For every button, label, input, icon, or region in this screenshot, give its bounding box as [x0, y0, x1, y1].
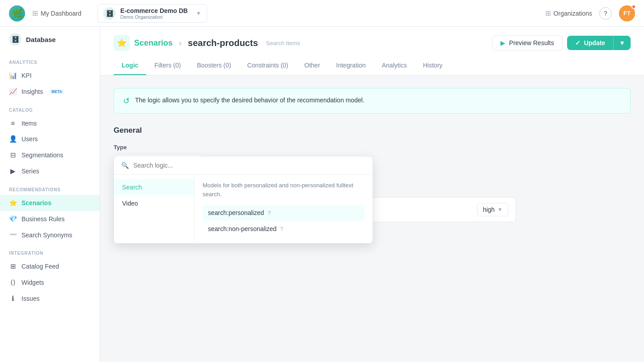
breadcrumb-scenarios[interactable]: Scenarios [134, 38, 173, 48]
section-analytics-label: ANALYTICS [0, 52, 100, 67]
check-icon: ✓ [575, 39, 580, 46]
db-dropdown-icon: ▼ [196, 10, 201, 17]
tab-boosters[interactable]: Boosters (0) [189, 56, 239, 75]
option-help-icon-0[interactable]: ? [267, 210, 271, 216]
scenarios-icon: ⭐ [9, 199, 17, 207]
sidebar-db-label: 🗄️ Database [0, 27, 100, 52]
option-help-icon-1[interactable]: ? [280, 226, 283, 232]
db-selector[interactable]: 🗄️ E-commerce Demo DB Demo Organization … [97, 4, 207, 23]
tab-history[interactable]: History [415, 56, 451, 75]
general-section-title: General [114, 126, 631, 135]
tab-constraints[interactable]: Constraints (0) [239, 56, 297, 75]
type-dropdown-panel: 🔍 Search Video Models for both personali… [114, 156, 373, 244]
dropdown-options: Models for both personalized and non-per… [195, 175, 373, 243]
dropdown-category-description: Models for both personalized and non-per… [203, 181, 364, 198]
tab-logic[interactable]: Logic [114, 56, 146, 75]
dropdown-search-row: 🔍 [114, 156, 373, 175]
page-subtitle: Search Items [266, 40, 301, 46]
users-icon: 👤 [9, 135, 17, 143]
priority-dropdown-arrow: ▼ [497, 206, 503, 213]
sidebar-item-segmentations[interactable]: ⊟ Segmentations [0, 147, 100, 163]
kpi-icon: 📊 [9, 72, 17, 80]
tab-filters[interactable]: Filters (0) [146, 56, 189, 75]
sidebar-item-insights[interactable]: 📈 Insights BETA [0, 84, 100, 100]
sidebar-db-icon: 🗄️ [9, 33, 21, 46]
insights-icon: 📈 [9, 88, 17, 96]
type-dropdown-container: search:personalized ▲ 🔍 Search Video [114, 154, 631, 170]
dashboard-link[interactable]: ⊞ My Dashboard [32, 9, 81, 17]
tabs-row: Logic Filters (0) Boosters (0) Constrain… [114, 56, 631, 75]
issues-icon: ℹ [9, 295, 17, 303]
series-icon: ▶ [9, 167, 17, 175]
page-icon: ⭐ [114, 35, 130, 51]
tab-other[interactable]: Other [297, 56, 328, 75]
business-rules-icon: 💎 [9, 215, 17, 223]
sidebar-item-scenarios[interactable]: ⭐ Scenarios [0, 195, 100, 211]
items-icon: ≡ [9, 119, 17, 127]
chevron-down-icon: ▼ [619, 39, 625, 46]
sidebar-item-items[interactable]: ≡ Items [0, 115, 100, 131]
catalog-feed-icon: ⊞ [9, 262, 17, 270]
dropdown-option-search-personalized[interactable]: search:personalized ? [203, 205, 364, 221]
update-main[interactable]: ✓ Update [567, 36, 613, 50]
user-avatar[interactable]: FT [619, 5, 635, 21]
page-actions: ▶ Preview Results ✓ Update ▼ [492, 35, 631, 51]
sidebar-item-search-synonyms[interactable]: 〰 Search Synonyms [0, 227, 100, 243]
app-logo: 🌿 [9, 5, 25, 21]
sidebar-item-series[interactable]: ▶ Series [0, 163, 100, 179]
db-info: E-commerce Demo DB Demo Organization [120, 7, 188, 20]
notification-badge [631, 4, 636, 9]
sidebar-item-business-rules[interactable]: 💎 Business Rules [0, 211, 100, 227]
breadcrumb-separator: › [179, 38, 182, 48]
section-integration-label: INTEGRATION [0, 243, 100, 258]
dropdown-option-search-non-personalized[interactable]: search:non-personalized ? [203, 221, 364, 237]
update-dropdown-arrow[interactable]: ▼ [613, 36, 631, 50]
widgets-icon: ⟨⟩ [9, 278, 17, 286]
help-button[interactable]: ? [599, 7, 612, 20]
preview-results-button[interactable]: ▶ Preview Results [492, 35, 562, 51]
play-icon: ▶ [500, 39, 505, 46]
info-box: ↺ The logic allows you to specify the de… [114, 88, 631, 114]
dropdown-categories: Search Video [114, 175, 195, 243]
dropdown-body: Search Video Models for both personalize… [114, 175, 373, 243]
priority-dropdown[interactable]: high ▼ [477, 203, 508, 216]
update-button[interactable]: ✓ Update ▼ [567, 36, 631, 50]
sidebar-item-widgets[interactable]: ⟨⟩ Widgets [0, 274, 100, 290]
sidebar-item-issues[interactable]: ℹ Issues [0, 290, 100, 307]
sidebar-item-users[interactable]: 👤 Users [0, 131, 100, 147]
tab-analytics[interactable]: Analytics [374, 56, 415, 75]
db-icon: 🗄️ [103, 7, 116, 20]
sidebar-item-kpi[interactable]: 📊 KPI [0, 67, 100, 84]
organizations-button[interactable]: ⊞ Organizations [545, 9, 592, 17]
type-field-label: Type [114, 144, 631, 151]
search-synonyms-icon: 〰 [9, 231, 17, 239]
dropdown-search-icon: 🔍 [121, 162, 129, 169]
dropdown-search-input[interactable] [133, 162, 365, 169]
info-text: The logic allows you to specify the desi… [135, 96, 364, 105]
dropdown-category-video[interactable]: Video [114, 195, 194, 211]
info-icon: ↺ [123, 96, 130, 106]
page-title: search-products [188, 38, 258, 48]
tab-integration[interactable]: Integration [328, 56, 374, 75]
beta-badge: BETA [49, 89, 64, 94]
section-recommendations-label: RECOMMENDATIONS [0, 179, 100, 195]
sidebar-item-catalog-feed[interactable]: ⊞ Catalog Feed [0, 258, 100, 274]
section-catalog-label: CATALOG [0, 100, 100, 115]
dropdown-category-search[interactable]: Search [114, 179, 194, 195]
segmentations-icon: ⊟ [9, 151, 17, 159]
